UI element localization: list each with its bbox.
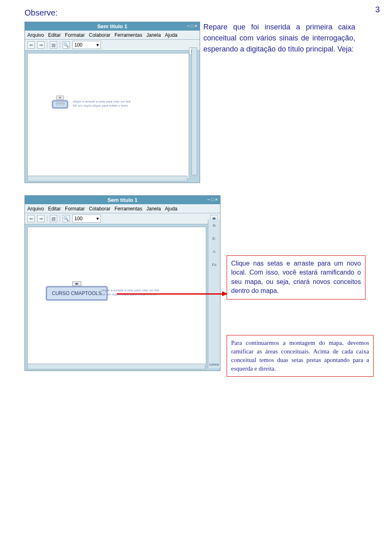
menu-ajuda[interactable]: Ajuda (165, 32, 178, 38)
zoom-icon[interactable]: 🔍 (62, 215, 70, 222)
panel-label: N (213, 223, 216, 229)
concept-text: CURSO CMAPTOOLS (52, 290, 102, 296)
concept-node-curso[interactable]: ◂▸ CURSO CMAPTOOLS (46, 286, 107, 300)
menu-arquivo[interactable]: Arquivo (27, 206, 44, 212)
zoom-input[interactable]: 100 ▾ (72, 41, 101, 49)
canvas-area-1[interactable]: ◂▸ ???? clique e arraste a seta para cri… (27, 53, 189, 179)
toolbar-1: ⇐ ⇒ ▧ 🔍 100 ▾ (25, 40, 200, 51)
menu-editar[interactable]: Editar (48, 206, 61, 212)
callout-box-2: Para continuarmos a montagem do mapa, de… (227, 335, 374, 377)
menu-ferramentas[interactable]: Ferramentas (114, 206, 142, 212)
menu-ferramentas[interactable]: Ferramentas (114, 32, 142, 38)
separator (47, 215, 47, 222)
vertical-scrollbar[interactable] (192, 47, 197, 175)
screenshot-window-1: Sem título 1 – □ × Arquivo Editar Format… (24, 22, 200, 183)
zoom-value: 100 (74, 42, 82, 48)
canvas-area-2[interactable]: ◂▸ CURSO CMAPTOOLS clique e arraste a se… (27, 227, 206, 367)
panel-label: E: (212, 237, 216, 242)
menu-janela[interactable]: Janela (146, 32, 160, 38)
horizontal-scrollbar[interactable] (27, 364, 205, 369)
window-title: Sem título 1 (97, 23, 127, 29)
nav-forward-icon[interactable]: ⇒ (37, 41, 45, 49)
zoom-value: 100 (74, 216, 82, 221)
toolbar-2: ⇐ ⇒ ▧ 🔍 100 ▾ ▣ (25, 213, 220, 224)
page-number: 3 (375, 5, 380, 14)
menu-janela[interactable]: Janela (146, 206, 160, 212)
horizontal-scrollbar[interactable] (27, 176, 187, 181)
menu-formatar[interactable]: Formatar (65, 206, 85, 212)
menubar-2: Arquivo Editar Formatar Colaborar Ferram… (25, 204, 220, 213)
window-controls[interactable]: – □ × (187, 23, 197, 28)
tool-icon[interactable]: ▧ (50, 215, 57, 222)
paragraph-1: Repare que foi inserida a primeira caixa… (200, 22, 355, 55)
panel-label: A (213, 250, 215, 255)
separator (60, 215, 60, 222)
menubar-1: Arquivo Editar Formatar Colaborar Ferram… (25, 31, 200, 40)
concept-node-placeholder[interactable]: ◂▸ ???? (52, 101, 68, 108)
callout-box-1: Clique nas setas e arraste para um novo … (227, 255, 365, 299)
window-titlebar: Sem título 1 – □ × (25, 22, 200, 31)
canvas-hint-text: clique e arraste a seta para criar um li… (101, 288, 159, 296)
menu-editar[interactable]: Editar (48, 32, 61, 38)
separator (47, 41, 47, 49)
zoom-icon[interactable]: 🔍 (62, 41, 70, 49)
link-handle-icon[interactable]: ◂▸ (72, 282, 81, 286)
tool-icon[interactable]: ▧ (50, 41, 57, 49)
menu-colaborar[interactable]: Colaborar (89, 206, 111, 212)
panel-footer-fragment: conce (209, 362, 219, 368)
observe-heading: Observe: (24, 8, 368, 18)
menu-arquivo[interactable]: Arquivo (27, 32, 44, 38)
nav-back-icon[interactable]: ⇐ (27, 41, 35, 49)
canvas-hint-text: clique e arraste a seta para criar um li… (73, 100, 131, 107)
red-arrow-annotation (117, 293, 227, 295)
zoom-input[interactable]: 100 ▾ (72, 214, 101, 223)
nav-forward-icon[interactable]: ⇒ (37, 215, 45, 222)
separator (60, 41, 60, 49)
menu-colaborar[interactable]: Colaborar (89, 32, 111, 38)
window-controls[interactable]: – □ × (207, 197, 218, 202)
panel-label: Fo (212, 263, 216, 268)
window-title: Sem título 1 (107, 197, 138, 203)
screenshot-window-2: Sem título 1 – □ × Arquivo Editar Format… (24, 195, 220, 371)
nav-back-icon[interactable]: ⇐ (27, 215, 35, 222)
menu-formatar[interactable]: Formatar (65, 32, 85, 38)
row-screenshot1: Sem título 1 – □ × Arquivo Editar Format… (24, 22, 368, 183)
menu-ajuda[interactable]: Ajuda (165, 206, 178, 212)
link-handle-icon[interactable]: ◂▸ (56, 96, 64, 100)
dropdown-icon[interactable]: ▾ (96, 216, 99, 221)
window-titlebar: Sem título 1 – □ × (25, 196, 220, 204)
concept-text: ???? (56, 102, 65, 107)
dropdown-icon[interactable]: ▾ (96, 42, 99, 48)
